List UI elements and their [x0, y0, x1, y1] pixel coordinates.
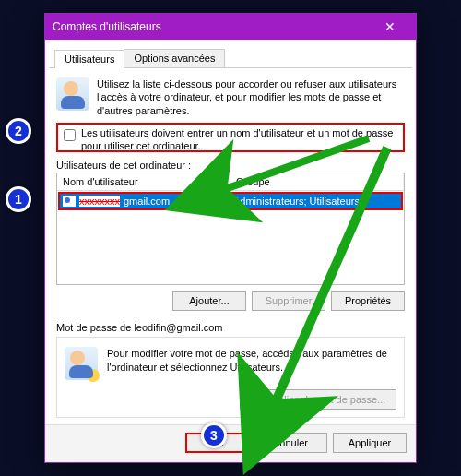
close-icon[interactable]: ✕	[372, 19, 408, 34]
annotation-marker-2: 2	[6, 118, 31, 144]
dialog-footer: OK Annuler Appliquer	[45, 424, 416, 462]
username-redacted: xxxxxxxx	[79, 196, 120, 207]
require-login-row[interactable]: Les utilisateurs doivent entrer un nom d…	[56, 123, 405, 152]
remove-button[interactable]: Supprimer	[252, 291, 325, 311]
tab-users[interactable]: Utilisateurs	[54, 50, 124, 68]
intro-text: Utilisez la liste ci-dessous pour accord…	[97, 77, 405, 117]
cell-group: Administrateurs; Utilisateurs	[230, 194, 401, 208]
properties-button[interactable]: Propriétés	[331, 291, 405, 311]
titlebar[interactable]: Comptes d'utilisateurs ✕	[45, 14, 416, 40]
tab-advanced[interactable]: Options avancées	[124, 49, 225, 67]
window-title: Comptes d'utilisateurs	[53, 20, 372, 33]
column-group[interactable]: Groupe	[230, 173, 404, 190]
users-listview[interactable]: Nom d'utilisateur Groupe xxxxxxxx gmail.…	[56, 173, 405, 285]
require-login-label: Les utilisateurs doivent entrer un nom d…	[81, 127, 399, 153]
apply-button[interactable]: Appliquer	[333, 433, 407, 453]
password-group-label: Mot de passe de leodifin@gmail.com	[56, 322, 405, 333]
table-row[interactable]: xxxxxxxx gmail.com Administrateurs; Util…	[58, 192, 403, 210]
user-avatar-icon	[63, 196, 76, 207]
add-button[interactable]: Ajouter...	[172, 291, 246, 311]
cell-username: xxxxxxxx gmail.com	[60, 194, 230, 208]
dialog-body: Utilisez la liste ci-dessous pour accord…	[45, 68, 416, 424]
username-domain: gmail.com	[124, 196, 170, 207]
user-accounts-dialog: Comptes d'utilisateurs ✕ Utilisateurs Op…	[44, 13, 417, 463]
password-group: Mot de passe de leodifin@gmail.com Pour …	[56, 322, 405, 418]
column-username[interactable]: Nom d'utilisateur	[57, 173, 230, 190]
users-icon	[56, 77, 89, 111]
list-buttons: Ajouter... Supprimer Propriétés	[56, 291, 405, 311]
user-key-icon	[65, 347, 98, 380]
annotation-marker-1: 1	[6, 186, 31, 212]
intro-block: Utilisez la liste ci-dessous pour accord…	[56, 77, 405, 117]
list-caption: Utilisateurs de cet ordinateur :	[56, 160, 405, 171]
tab-strip: Utilisateurs Options avancées	[49, 43, 412, 68]
cancel-button[interactable]: Annuler	[254, 433, 327, 453]
annotation-marker-3: 3	[201, 422, 227, 448]
reset-password-button[interactable]: Réinitialiser le mot de passe...	[240, 389, 396, 410]
password-group-text: Pour modifier votre mot de passe, accéde…	[107, 347, 396, 380]
list-header: Nom d'utilisateur Groupe	[57, 173, 404, 191]
require-login-checkbox[interactable]	[64, 129, 76, 141]
